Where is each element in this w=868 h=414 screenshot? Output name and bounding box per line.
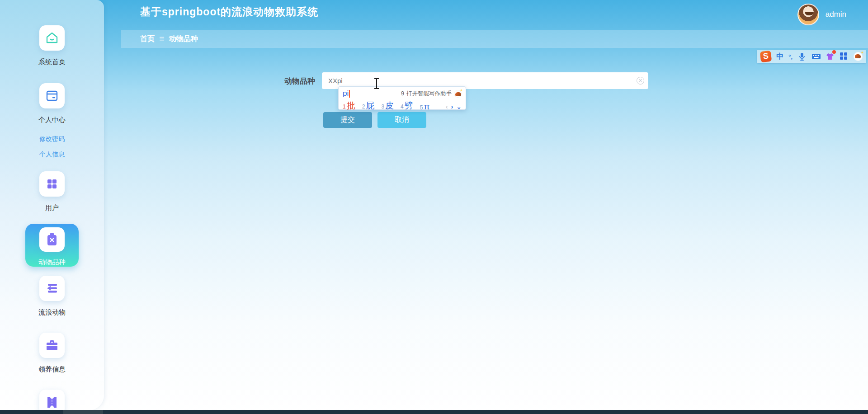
ime-prev-page-icon[interactable]: ‹ <box>446 103 448 110</box>
ime-candidate-popup: pi 9 打开智能写作助手 1 批 2 屁 3 皮 4 劈 5 π ‹ <box>338 86 466 110</box>
sidebar: 系统首页 个人中心 修改密码 个人信息 用户 <box>0 0 104 410</box>
sogou-logo-icon[interactable]: S <box>760 51 772 62</box>
sidebar-item-label: 领养信息 <box>38 365 66 374</box>
briefcase-icon <box>39 333 65 358</box>
sidebar-link-personal-info[interactable]: 个人信息 <box>39 151 65 159</box>
apps-grid-icon[interactable] <box>840 52 849 61</box>
ai-assistant-icon[interactable] <box>854 52 863 61</box>
profile-card-icon <box>39 83 65 108</box>
sidebar-item-profile[interactable]: 个人中心 <box>38 83 66 124</box>
virtual-keyboard-icon[interactable] <box>811 52 821 61</box>
breadcrumb-separator-icon: ☰ <box>159 36 165 42</box>
sidebar-item-stray-animals[interactable]: 流浪动物 <box>38 276 66 317</box>
ime-pager: ‹ › ⌄ <box>446 103 462 112</box>
breadcrumb-current: 动物品种 <box>169 34 198 44</box>
ime-hint-text: 打开智能写作助手 <box>406 90 452 98</box>
home-icon <box>39 25 65 51</box>
clipboard-icon <box>39 227 65 252</box>
sidebar-item-label: 流浪动物 <box>38 308 66 317</box>
ime-candidate-3[interactable]: 3 皮 <box>381 100 394 112</box>
ime-candidate-4[interactable]: 4 劈 <box>401 100 413 112</box>
field-label-animal-breed: 动物品种 <box>226 76 315 86</box>
ime-composition-text: pi <box>343 89 349 98</box>
ime-candidate-1[interactable]: 1 批 <box>343 100 355 112</box>
ime-candidate-row: 1 批 2 屁 3 皮 4 劈 5 π ‹ › ⌄ <box>343 100 462 112</box>
sidebar-item-label: 个人中心 <box>38 116 66 124</box>
submit-button[interactable]: 提交 <box>323 112 372 128</box>
sidebar-item-animal-breed-active[interactable]: 动物品种 <box>25 224 79 267</box>
ime-next-page-icon[interactable]: › <box>451 103 453 110</box>
list-arrow-icon <box>39 276 65 301</box>
ime-toolbar: S 中 °, <box>757 50 866 63</box>
ime-caret <box>349 90 350 98</box>
grid-icon <box>39 171 65 197</box>
taskbar-edge-segment <box>63 410 103 414</box>
sidebar-item-home[interactable]: 系统首页 <box>38 25 66 66</box>
ime-candidate-2[interactable]: 2 屁 <box>362 100 375 112</box>
clear-input-icon[interactable]: ✕ <box>637 77 644 85</box>
taskbar-edge <box>0 410 868 414</box>
ime-hint-key: 9 <box>401 90 404 97</box>
mouse-cursor-ibeam <box>374 78 379 89</box>
user-name: admin <box>826 10 846 19</box>
avatar[interactable] <box>797 4 819 25</box>
notification-dot <box>832 50 836 54</box>
sidebar-item-users[interactable]: 用户 <box>39 171 65 212</box>
sidebar-link-change-password[interactable]: 修改密码 <box>39 135 65 143</box>
ime-expand-icon[interactable]: ⌄ <box>456 103 462 110</box>
sidebar-item-label: 动物品种 <box>38 258 66 267</box>
ime-composition-row: pi 9 打开智能写作助手 <box>343 89 462 99</box>
page-title: 基于springboot的流浪动物救助系统 <box>140 5 318 19</box>
skin-icon[interactable] <box>826 52 835 61</box>
user-area: admin <box>797 4 846 25</box>
sidebar-item-label: 系统首页 <box>38 58 66 66</box>
breadcrumb-home-link[interactable]: 首页 <box>140 34 155 44</box>
ime-writing-assistant-hint[interactable]: 9 打开智能写作助手 <box>401 90 462 98</box>
cancel-button[interactable]: 取消 <box>377 112 426 128</box>
microphone-icon[interactable] <box>797 52 807 61</box>
breadcrumb: 首页 ☰ 动物品种 <box>121 30 868 48</box>
sidebar-item-label: 用户 <box>45 204 59 212</box>
ime-punctuation-icon[interactable]: °, <box>788 53 793 60</box>
ime-mode-chinese-icon[interactable]: 中 <box>776 52 783 61</box>
sidebar-item-adoption-info[interactable]: 领养信息 <box>38 333 66 374</box>
ai-assistant-icon <box>454 90 462 98</box>
ime-candidate-5[interactable]: 5 π <box>420 102 430 112</box>
